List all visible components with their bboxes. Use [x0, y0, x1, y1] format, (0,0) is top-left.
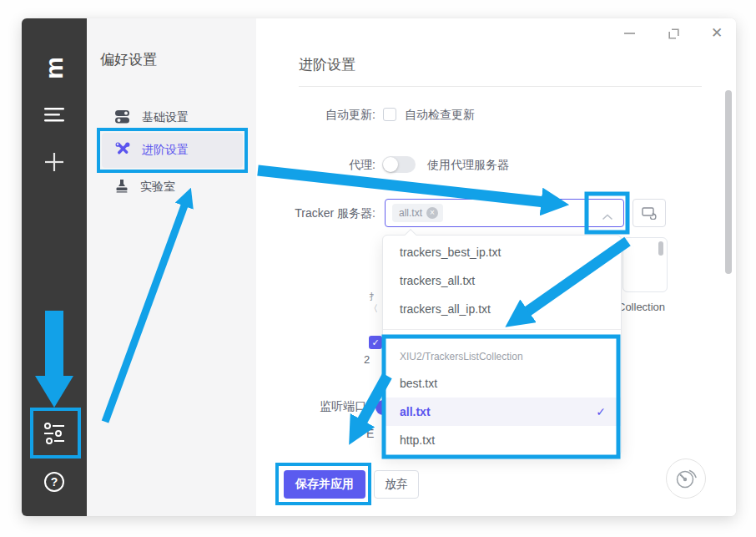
- dropdown-item[interactable]: trackers_all_ip.txt: [383, 295, 621, 323]
- auto-sync-checkbox-fragment[interactable]: ✓: [369, 336, 382, 349]
- proxy-toggle-label: 使用代理服务器: [427, 158, 509, 173]
- dropdown-item[interactable]: http.txt: [383, 426, 621, 454]
- dropdown-item[interactable]: trackers_all.txt: [383, 266, 621, 295]
- hidden-text-fragment: 2: [364, 353, 370, 366]
- toggles-icon: [115, 109, 130, 126]
- sidebar-item-label: 基础设置: [142, 110, 189, 125]
- dropdown-item-selected[interactable]: all.txt ✓: [383, 398, 621, 426]
- selected-tracker-tag: all.txt ×: [392, 204, 443, 222]
- sidebar-item-basic-settings[interactable]: 基础设置: [102, 100, 243, 135]
- app-sidebar: m: [22, 18, 87, 516]
- toggle-knob: [383, 157, 398, 172]
- preferences-title: 偏好设置: [100, 50, 157, 69]
- dropdown-item[interactable]: trackers_best_ip.txt: [383, 238, 621, 266]
- textarea-scrollbar-thumb[interactable]: [658, 241, 663, 256]
- dropdown-divider: [383, 329, 621, 330]
- sidebar-item-lab[interactable]: 实验室: [102, 170, 243, 205]
- stamp-icon: [115, 179, 129, 195]
- screen: m: [0, 0, 756, 537]
- motrix-logo-icon: m: [36, 36, 73, 101]
- speed-gauge-button[interactable]: [666, 458, 706, 499]
- auto-update-label: 自动更新:: [256, 108, 375, 123]
- title-divider: [299, 86, 702, 87]
- dropdown-item[interactable]: best.txt: [383, 369, 621, 398]
- preferences-window: m: [22, 18, 736, 516]
- preferences-sidebar: 偏好设置 基础设置: [87, 18, 256, 516]
- sidebar-item-advanced-settings[interactable]: 进阶设置: [102, 133, 243, 168]
- sidebar-item-label: 实验室: [140, 180, 175, 195]
- hidden-text-fragment: E: [366, 427, 374, 440]
- tracker-dropdown: trackers_best_ip.txt trackers_all.txt tr…: [382, 235, 622, 456]
- save-and-apply-button[interactable]: 保存并应用: [284, 470, 365, 499]
- minimize-button[interactable]: [619, 23, 639, 43]
- sync-trackers-button[interactable]: [633, 199, 666, 227]
- chevron-up-icon[interactable]: [602, 209, 613, 224]
- tracker-label: Tracker 服务器:: [256, 206, 375, 221]
- sidebar-item-label: 进阶设置: [142, 143, 189, 158]
- hidden-text-fragment: 扌: [369, 291, 378, 303]
- check-icon: ✓: [596, 398, 606, 426]
- main-panel: ✕ 进阶设置 自动更新: 自动检查更新 代理: 使用代理服务器 Tracker …: [256, 18, 736, 516]
- task-list-icon[interactable]: [22, 102, 87, 127]
- tracker-select[interactable]: all.txt ×: [385, 199, 624, 227]
- help-icon[interactable]: ?: [22, 468, 87, 496]
- auto-update-checkbox-label: 自动检查更新: [405, 108, 475, 123]
- proxy-toggle[interactable]: [382, 156, 416, 173]
- discard-button[interactable]: 放弃: [374, 470, 419, 499]
- add-task-icon[interactable]: [22, 148, 87, 176]
- proxy-label: 代理:: [256, 158, 375, 173]
- page-title: 进阶设置: [299, 55, 355, 74]
- tools-icon: [115, 142, 130, 160]
- tracker-list-textarea[interactable]: [622, 237, 668, 292]
- dropdown-group-label: XIU2/TrackersListCollection: [383, 348, 621, 365]
- collection-link-fragment: Collection: [617, 301, 665, 313]
- main-scrollbar-thumb[interactable]: [725, 90, 732, 274]
- listen-port-label: 监听端口: [320, 399, 366, 414]
- auto-update-checkbox[interactable]: [383, 108, 396, 121]
- preferences-icon[interactable]: [22, 419, 87, 448]
- tag-close-icon[interactable]: ×: [426, 207, 438, 219]
- close-button[interactable]: ✕: [705, 20, 728, 45]
- hidden-text-fragment: 〈: [369, 302, 378, 315]
- maximize-button[interactable]: [663, 23, 683, 43]
